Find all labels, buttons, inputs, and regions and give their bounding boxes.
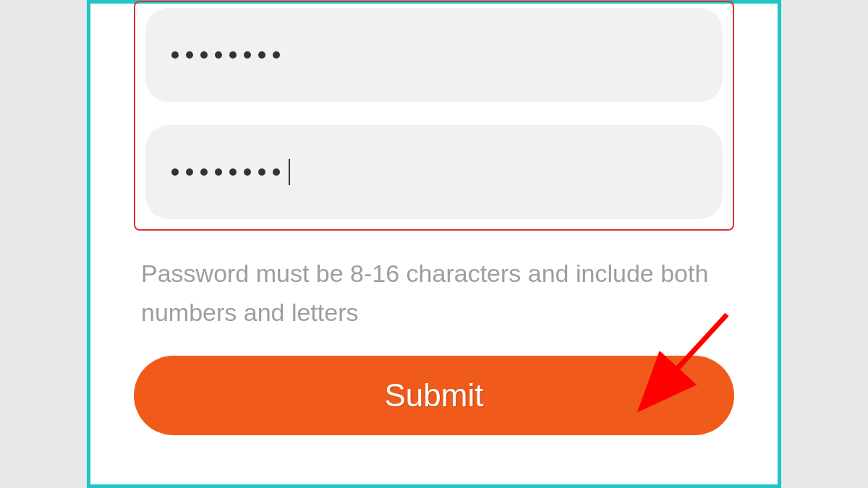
- confirm-password-input[interactable]: [145, 125, 723, 219]
- password-fields-highlight: [134, 1, 734, 231]
- form-container: Password must be 8-16 characters and inc…: [87, 0, 781, 488]
- password-input[interactable]: [145, 8, 723, 102]
- confirm-password-mask: [171, 159, 290, 185]
- text-cursor: [289, 159, 290, 185]
- submit-button[interactable]: Submit: [134, 356, 734, 435]
- password-hint-text: Password must be 8-16 characters and inc…: [141, 254, 727, 333]
- password-mask: [171, 51, 280, 59]
